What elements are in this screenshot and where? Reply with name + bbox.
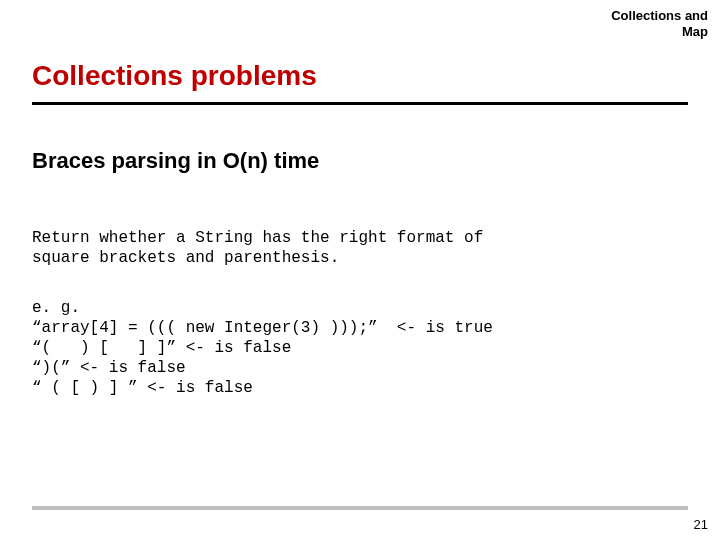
- footer-divider: [32, 506, 688, 510]
- header-meta-line2: Map: [611, 24, 708, 40]
- title-divider: [32, 102, 688, 105]
- page-number: 21: [694, 517, 708, 532]
- slide-subtitle: Braces parsing in O(n) time: [32, 148, 319, 174]
- examples-text: e. g. “array[4] = ((( new Integer(3) )))…: [32, 298, 493, 398]
- header-meta: Collections and Map: [611, 8, 708, 39]
- description-text: Return whether a String has the right fo…: [32, 228, 483, 268]
- header-meta-line1: Collections and: [611, 8, 708, 24]
- slide-title: Collections problems: [32, 60, 317, 92]
